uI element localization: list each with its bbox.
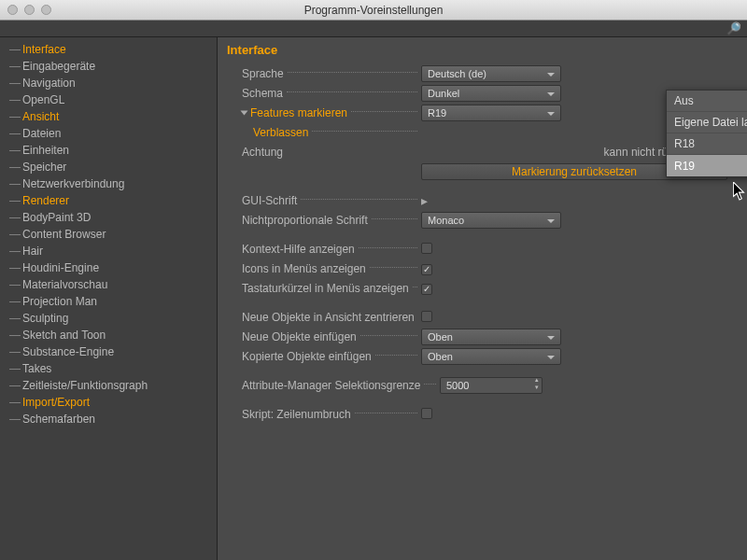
neue-zentrieren-label: Neue Objekte in Ansicht zentrieren bbox=[242, 311, 415, 324]
dropdown-item-1[interactable]: Eigene Datei laden... bbox=[667, 112, 747, 133]
neue-zentrieren-checkbox[interactable] bbox=[421, 311, 432, 322]
attr-manager-label: Attribute-Manager Selektionsgrenze bbox=[242, 379, 420, 392]
dropdown-item-0[interactable]: Aus bbox=[667, 91, 747, 112]
icons-menus-label: Icons in Menüs anzeigen bbox=[242, 262, 366, 275]
sidebar-item-22[interactable]: —Schemafarben bbox=[0, 411, 217, 427]
minimize-dot[interactable] bbox=[24, 5, 35, 15]
verblassen-label: Verblassen bbox=[253, 126, 308, 139]
traffic-lights bbox=[7, 5, 51, 15]
sidebar-item-20[interactable]: —Zeitleiste/Funktionsgraph bbox=[0, 377, 217, 394]
titlebar: Programm-Voreinstellungen bbox=[0, 0, 747, 21]
kontext-hilfe-checkbox[interactable] bbox=[421, 243, 432, 254]
sidebar-item-2[interactable]: —Navigation bbox=[0, 75, 217, 91]
sprache-select[interactable]: Deutsch (de) bbox=[421, 65, 561, 82]
search-icon[interactable]: 🔍 bbox=[726, 21, 741, 35]
mono-schrift-label: Nichtproportionale Schrift bbox=[242, 214, 368, 227]
neue-einfuegen-label: Neue Objekte einfügen bbox=[242, 330, 357, 343]
sidebar-item-21[interactable]: —Import/Export bbox=[0, 394, 217, 411]
disclosure-icon[interactable] bbox=[241, 111, 248, 116]
gui-schrift-label: GUI-Schrift bbox=[242, 194, 297, 207]
window-title: Programm-Voreinstellungen bbox=[304, 4, 444, 17]
kopierte-einfuegen-label: Kopierte Objekte einfügen bbox=[242, 350, 372, 363]
sidebar-item-1[interactable]: —Eingabegeräte bbox=[0, 58, 217, 75]
sidebar-item-16[interactable]: —Sculpting bbox=[0, 310, 217, 327]
dropdown-item-2[interactable]: R18 bbox=[667, 133, 747, 155]
neue-einfuegen-select[interactable]: Oben bbox=[421, 329, 561, 345]
skript-label: Skript: Zeilenumbruch bbox=[242, 408, 351, 421]
sidebar-item-17[interactable]: —Sketch and Toon bbox=[0, 327, 217, 343]
icons-menus-checkbox[interactable]: ✓ bbox=[421, 264, 432, 275]
toolbar: 🔍 bbox=[0, 21, 747, 37]
features-label: Features markieren bbox=[250, 106, 347, 119]
sidebar-item-19[interactable]: —Takes bbox=[0, 360, 217, 377]
main-panel: Interface Sprache Deutsch (de) Schema Du… bbox=[218, 37, 747, 560]
sidebar-item-12[interactable]: —Hair bbox=[0, 243, 217, 259]
attr-manager-field[interactable]: 5000 bbox=[440, 377, 543, 394]
sprache-label: Sprache bbox=[242, 67, 284, 80]
sidebar-item-7[interactable]: —Speicher bbox=[0, 159, 217, 175]
sidebar-item-9[interactable]: —Renderer bbox=[0, 192, 217, 209]
sidebar-item-14[interactable]: —Materialvorschau bbox=[0, 276, 217, 293]
dropdown-item-3[interactable]: R19 bbox=[667, 155, 747, 176]
tastatur-checkbox[interactable]: ✓ bbox=[421, 284, 432, 295]
schema-label: Schema bbox=[242, 87, 283, 100]
sidebar-item-15[interactable]: —Projection Man bbox=[0, 293, 217, 310]
sidebar-item-18[interactable]: —Substance-Engine bbox=[0, 343, 217, 360]
skript-checkbox[interactable] bbox=[421, 408, 432, 419]
sidebar-item-11[interactable]: —Content Browser bbox=[0, 226, 217, 243]
tastatur-label: Tastaturkürzel in Menüs anzeigen bbox=[242, 282, 409, 295]
sidebar-item-0[interactable]: —Interface bbox=[0, 41, 217, 58]
close-dot[interactable] bbox=[7, 5, 18, 15]
panel-title: Interface bbox=[227, 43, 738, 57]
sidebar-item-8[interactable]: —Netzwerkverbindung bbox=[0, 175, 217, 192]
schema-select[interactable]: Dunkel bbox=[421, 85, 561, 102]
mono-schrift-select[interactable]: Monaco bbox=[421, 212, 561, 229]
kontext-hilfe-label: Kontext-Hilfe anzeigen bbox=[242, 243, 355, 256]
sidebar-item-3[interactable]: —OpenGL bbox=[0, 91, 217, 108]
sidebar-item-4[interactable]: —Ansicht bbox=[0, 108, 217, 125]
sidebar-item-5[interactable]: —Dateien bbox=[0, 125, 217, 142]
sidebar-item-13[interactable]: —Houdini-Engine bbox=[0, 259, 217, 276]
zoom-dot[interactable] bbox=[41, 5, 51, 15]
sidebar: —Interface—Eingabegeräte—Navigation—Open… bbox=[0, 37, 218, 560]
kopierte-einfuegen-select[interactable]: Oben bbox=[421, 348, 561, 365]
sidebar-item-10[interactable]: —BodyPaint 3D bbox=[0, 209, 217, 226]
sidebar-item-6[interactable]: —Einheiten bbox=[0, 142, 217, 159]
chevron-right-icon[interactable]: ▸ bbox=[421, 193, 428, 208]
features-dropdown-menu: AusEigene Datei laden...R18R19 bbox=[666, 90, 747, 177]
achtung-label: Achtung bbox=[242, 146, 283, 159]
features-select[interactable]: R19 bbox=[421, 105, 561, 121]
